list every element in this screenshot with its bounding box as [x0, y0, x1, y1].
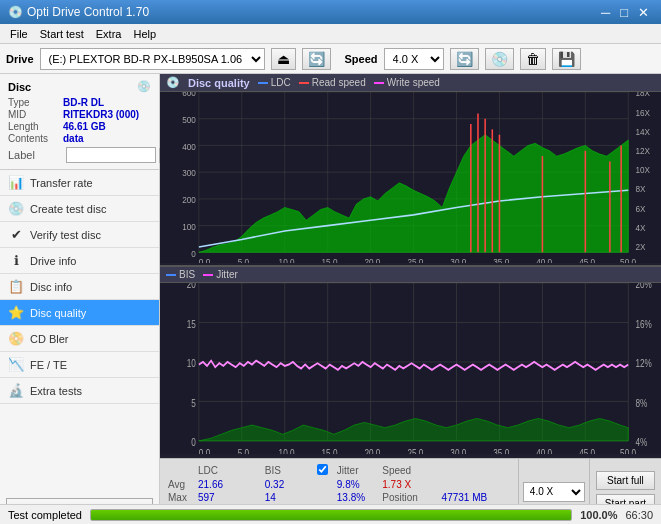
write-legend-label: Write speed [387, 77, 440, 88]
disc-icon-btn[interactable]: 💿 [485, 48, 514, 70]
svg-text:30.0: 30.0 [450, 447, 466, 454]
sidebar-item-label: Create test disc [30, 203, 106, 215]
svg-text:400: 400 [182, 142, 196, 152]
svg-text:20.0: 20.0 [364, 257, 380, 263]
sidebar-item-disc-info[interactable]: 📋 Disc info [0, 274, 159, 300]
menu-file[interactable]: File [4, 26, 34, 42]
drive-label: Drive [6, 53, 34, 65]
sidebar-item-verify-test-disc[interactable]: ✔ Verify test disc [0, 222, 159, 248]
svg-text:25.0: 25.0 [407, 447, 423, 454]
svg-text:100: 100 [182, 222, 196, 232]
svg-text:15: 15 [187, 318, 196, 330]
svg-text:5: 5 [191, 397, 196, 409]
svg-text:4X: 4X [635, 223, 645, 233]
sidebar-item-label: CD Bler [30, 333, 69, 345]
position-label: Position [382, 491, 441, 504]
svg-text:45.0: 45.0 [579, 447, 595, 454]
col-header-empty [168, 463, 198, 478]
svg-text:12%: 12% [635, 357, 652, 369]
maximize-button[interactable]: □ [616, 6, 632, 19]
status-percent: 100.0% [580, 509, 617, 521]
content-area: 💿 Disc quality LDC Read speed Write spee… [160, 74, 661, 524]
minimize-button[interactable]: ─ [597, 6, 614, 19]
speed-refresh-button[interactable]: 🔄 [450, 48, 479, 70]
svg-text:4%: 4% [635, 436, 647, 448]
col-header-checkbox [317, 463, 337, 478]
jitter-legend-label: Jitter [216, 269, 238, 280]
menu-start-test[interactable]: Start test [34, 26, 90, 42]
disc-label-row: Label ✏ [8, 147, 151, 163]
legend-jitter: Jitter [203, 269, 238, 280]
sidebar-item-transfer-rate[interactable]: 📊 Transfer rate [0, 170, 159, 196]
disc-type-row: Type BD-R DL [8, 97, 151, 108]
write-legend-dot [374, 82, 384, 84]
sidebar-item-create-test-disc[interactable]: 💿 Create test disc [0, 196, 159, 222]
svg-text:50.0: 50.0 [620, 447, 636, 454]
sidebar-item-label: Verify test disc [30, 229, 101, 241]
disc-label-label: Label [8, 149, 63, 161]
start-full-button[interactable]: Start full [596, 471, 655, 490]
menu-extra[interactable]: Extra [90, 26, 128, 42]
svg-text:40.0: 40.0 [536, 257, 552, 263]
extra-tests-icon: 🔬 [8, 383, 24, 398]
svg-text:5.0: 5.0 [238, 447, 249, 454]
svg-text:30.0: 30.0 [450, 257, 466, 263]
refresh-button[interactable]: 🔄 [302, 48, 331, 70]
svg-text:200: 200 [182, 195, 196, 205]
col-header-jitter: Jitter [337, 463, 382, 478]
sidebar-item-drive-info[interactable]: ℹ Drive info [0, 248, 159, 274]
legend-ldc: LDC [258, 77, 291, 88]
svg-text:50.0: 50.0 [620, 257, 636, 263]
disc-info-icon: 📋 [8, 279, 24, 294]
ldc-legend-dot [258, 82, 268, 84]
status-time: 66:30 [625, 509, 653, 521]
svg-text:10X: 10X [635, 165, 650, 175]
fe-te-icon: 📉 [8, 357, 24, 372]
jitter-checkbox[interactable] [317, 464, 328, 475]
disc-length-row: Length 46.61 GB [8, 121, 151, 132]
bis-legend-dot [166, 274, 176, 276]
sidebar-item-cd-bler[interactable]: 📀 CD Bler [0, 326, 159, 352]
speed-dropdown[interactable]: 4.0 X [523, 482, 585, 502]
chart1-svg: 600 500 400 300 200 100 0 18X 16X 14X 12… [160, 92, 661, 263]
svg-text:16%: 16% [635, 318, 652, 330]
sidebar-nav: 📊 Transfer rate 💿 Create test disc ✔ Ver… [0, 170, 159, 498]
close-button[interactable]: ✕ [634, 6, 653, 19]
erase-button[interactable]: 🗑 [520, 48, 546, 70]
read-legend-label: Read speed [312, 77, 366, 88]
create-test-disc-icon: 💿 [8, 201, 24, 216]
max-label: Max [168, 491, 198, 504]
disc-type-value: BD-R DL [63, 97, 104, 108]
svg-text:2X: 2X [635, 242, 645, 252]
sidebar-item-label: Drive info [30, 255, 76, 267]
sidebar-item-label: Disc info [30, 281, 72, 293]
jitter-legend-dot [203, 274, 213, 276]
svg-text:500: 500 [182, 115, 196, 125]
drive-info-icon: ℹ [8, 253, 24, 268]
window-controls: ─ □ ✕ [597, 6, 653, 19]
svg-text:16X: 16X [635, 107, 650, 117]
eject-button[interactable]: ⏏ [271, 48, 296, 70]
disc-quality-icon: ⭐ [8, 305, 24, 320]
sidebar-item-extra-tests[interactable]: 🔬 Extra tests [0, 378, 159, 404]
save-button[interactable]: 💾 [552, 48, 581, 70]
ldc-legend-label: LDC [271, 77, 291, 88]
svg-text:20: 20 [187, 283, 196, 290]
sidebar-item-disc-quality[interactable]: ⭐ Disc quality [0, 300, 159, 326]
disc-type-label: Type [8, 97, 63, 108]
sidebar-item-fe-te[interactable]: 📉 FE / TE [0, 352, 159, 378]
disc-length-value: 46.61 GB [63, 121, 106, 132]
menu-help[interactable]: Help [127, 26, 162, 42]
titlebar: 💿 Opti Drive Control 1.70 ─ □ ✕ [0, 0, 661, 24]
svg-text:0.0: 0.0 [199, 447, 210, 454]
drive-select[interactable]: (E:) PLEXTOR BD-R PX-LB950SA 1.06 [40, 48, 265, 70]
max-ldc: 597 [198, 491, 265, 504]
app-icon: 💿 [8, 5, 23, 19]
svg-text:10.0: 10.0 [279, 447, 295, 454]
svg-text:18X: 18X [635, 92, 650, 98]
disc-label-input[interactable] [66, 147, 156, 163]
max-empty [317, 491, 337, 504]
speed-select[interactable]: 4.0 X [384, 48, 444, 70]
chart2-panel: BIS Jitter [160, 265, 661, 458]
svg-text:0: 0 [191, 248, 196, 258]
